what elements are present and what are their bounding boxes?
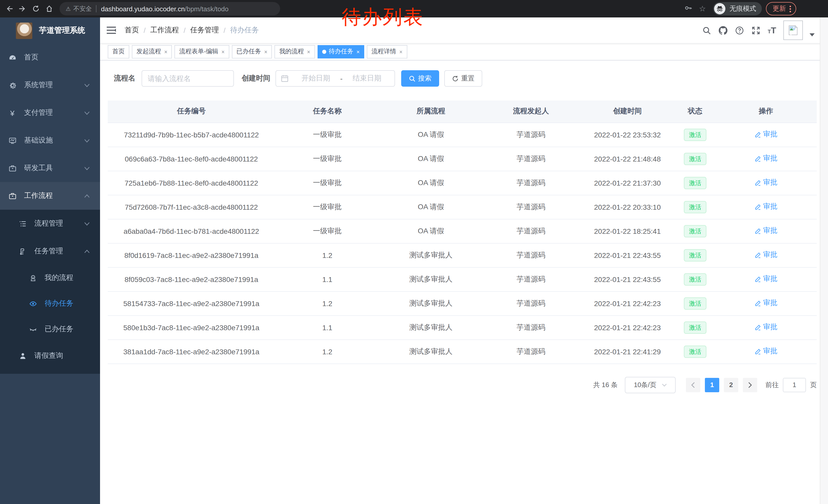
refresh-icon	[452, 75, 459, 82]
cell-task-id: a6aba0a4-7b6d-11ec-b781-acde48001122	[108, 219, 275, 243]
approve-link[interactable]: 审批	[754, 154, 778, 163]
menu-dots-icon[interactable]	[790, 5, 791, 12]
prev-page-button[interactable]	[686, 378, 700, 392]
status-badge: 激活	[684, 201, 706, 213]
home-icon[interactable]	[45, 5, 53, 13]
page-size-select[interactable]: 10条/页	[625, 377, 676, 393]
cell-task-id: 8f0d1619-7ac8-11ec-a9e2-a2380e71991a	[108, 243, 275, 267]
close-icon[interactable]: ×	[221, 48, 225, 55]
tab-process-form-edit[interactable]: 流程表单-编辑×	[175, 45, 229, 58]
tab-start-process[interactable]: 发起流程×	[132, 45, 172, 58]
date-range-picker[interactable]: 开始日期 - 结束日期	[276, 70, 395, 87]
github-icon[interactable]	[718, 26, 727, 35]
approve-link[interactable]: 审批	[754, 275, 778, 284]
app-title: 芋道管理系统	[39, 26, 85, 35]
annotation-overlay: 待办列表	[342, 4, 424, 30]
sidebar-item-infrastructure[interactable]: 基础设施	[0, 127, 100, 154]
logo-row[interactable]: 芋道管理系统	[0, 17, 100, 44]
close-icon[interactable]: ×	[264, 48, 267, 55]
sidebar-item-label: 基础设施	[24, 136, 53, 145]
table-row: 725a1eb6-7b88-11ec-8ef0-acde48001122 一级审…	[108, 171, 817, 195]
goto-page-input[interactable]	[783, 378, 806, 392]
cell-create-time: 2022-01-22 21:37:30	[580, 171, 675, 195]
password-key-icon[interactable]	[684, 4, 692, 13]
status-badge: 激活	[684, 225, 706, 237]
close-icon[interactable]: ×	[307, 48, 310, 55]
tab-todo-tasks[interactable]: 待办任务×	[318, 45, 365, 58]
cell-task-name: 一级审批	[275, 147, 380, 171]
address-bar[interactable]: ⚠ 不安全 dashboard.yudao.iocoder.cn/bpm/tas…	[59, 2, 280, 15]
reset-button[interactable]: 重置	[444, 70, 482, 87]
sidebar-item-my-process[interactable]: 我的流程	[0, 265, 100, 291]
close-icon[interactable]: ×	[357, 48, 360, 55]
sidebar-item-dev-tools[interactable]: 研发工具	[0, 154, 100, 182]
update-button[interactable]: 更新	[766, 2, 796, 15]
sidebar-item-process-management[interactable]: 流程管理	[0, 210, 100, 237]
approve-link[interactable]: 审批	[754, 202, 778, 212]
avatar[interactable]	[783, 20, 803, 40]
incognito-icon	[714, 3, 726, 14]
approve-link[interactable]: 审批	[754, 347, 778, 356]
cell-starter: 芋道源码	[482, 315, 580, 339]
tab-home[interactable]: 首页	[108, 45, 129, 58]
reload-icon[interactable]	[32, 5, 40, 13]
edit-pencil-icon	[754, 228, 761, 234]
approve-link[interactable]: 审批	[754, 323, 778, 332]
sidebar-item-home[interactable]: 首页	[0, 44, 100, 71]
cell-task-name: 1.1	[275, 267, 380, 291]
approve-label: 审批	[763, 250, 778, 260]
table-row: 73211d9d-7b9b-11ec-b5b7-acde48001122 一级审…	[108, 123, 817, 147]
gear-icon	[8, 81, 16, 89]
cell-starter: 芋道源码	[482, 171, 580, 195]
active-dot	[322, 49, 326, 54]
process-name-input[interactable]	[141, 70, 234, 87]
close-icon[interactable]: ×	[164, 48, 167, 55]
approve-link[interactable]: 审批	[754, 226, 778, 236]
sidebar-item-todo-tasks[interactable]: 待办任务	[0, 291, 100, 316]
sidebar-item-system[interactable]: 系统管理	[0, 71, 100, 99]
sidebar-item-leave-query[interactable]: 请假查询	[0, 342, 100, 370]
fullscreen-icon[interactable]	[751, 26, 760, 35]
chevron-down-icon	[662, 383, 667, 386]
chevron-down-icon	[84, 83, 90, 87]
sidebar-item-workflow[interactable]: 工作流程	[0, 182, 100, 210]
tab-process-detail[interactable]: 流程详情×	[367, 45, 407, 58]
search-button[interactable]: 搜索	[401, 70, 439, 87]
cell-process: OA 请假	[380, 219, 482, 243]
close-icon[interactable]: ×	[399, 48, 403, 55]
logo-image	[16, 22, 32, 39]
font-size-icon[interactable]: TT	[768, 26, 776, 35]
sidebar-collapse-icon[interactable]	[107, 26, 116, 34]
sidebar-item-payment[interactable]: ¥ 支付管理	[0, 99, 100, 127]
page-button-2[interactable]: 2	[724, 378, 738, 392]
table-row: 8f0d1619-7ac8-11ec-a9e2-a2380e71991a 1.2…	[108, 243, 817, 267]
sidebar-item-done-tasks[interactable]: 已办任务	[0, 316, 100, 342]
cell-starter: 芋道源码	[482, 147, 580, 171]
breadcrumb-item[interactable]: 首页	[125, 26, 139, 35]
approve-link[interactable]: 审批	[754, 178, 778, 187]
approve-link[interactable]: 审批	[754, 250, 778, 260]
table-row: 580e1b3d-7ac8-11ec-a9e2-a2380e71991a 1.1…	[108, 315, 817, 339]
help-icon[interactable]	[735, 26, 744, 35]
next-page-button[interactable]	[743, 378, 757, 392]
tab-my-process[interactable]: 我的流程×	[275, 45, 315, 58]
tab-done-tasks[interactable]: 已办任务×	[232, 45, 272, 58]
end-date-placeholder: 结束日期	[345, 74, 389, 83]
edit-pencil-icon	[754, 252, 761, 259]
search-icon[interactable]	[702, 26, 711, 35]
back-icon[interactable]	[5, 5, 13, 13]
approve-link[interactable]: 审批	[754, 299, 778, 308]
sidebar-item-task-management[interactable]: 任务管理	[0, 237, 100, 265]
page-scrollbar[interactable]	[820, 17, 828, 504]
table-row: 58154733-7ac8-11ec-a9e2-a2380e71991a 1.2…	[108, 291, 817, 315]
tab-label: 已办任务	[237, 47, 261, 56]
avatar-caret-icon[interactable]	[810, 33, 815, 36]
breadcrumb-item[interactable]: 工作流程	[150, 26, 179, 35]
bookmark-star-icon[interactable]: ☆	[699, 4, 706, 13]
cell-task-id: 8f059c03-7ac8-11ec-a9e2-a2380e71991a	[108, 267, 275, 291]
col-task-name: 任务名称	[275, 100, 380, 123]
forward-icon[interactable]	[18, 5, 27, 13]
approve-link[interactable]: 审批	[754, 130, 778, 139]
breadcrumb-item[interactable]: 任务管理	[190, 26, 219, 35]
page-button-1[interactable]: 1	[705, 378, 719, 392]
